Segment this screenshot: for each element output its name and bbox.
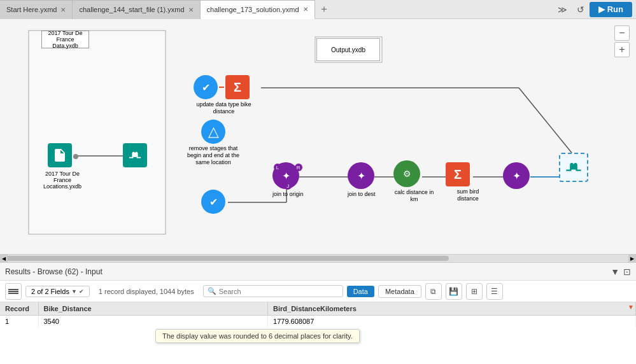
triangle-node[interactable]: △ remove stages that begin and end at th… [201, 120, 242, 165]
zoom-minus-button[interactable]: − [614, 25, 630, 41]
table-header-row: Record Bike_Distance Bird_DistanceKilome… [0, 302, 636, 316]
copy-button[interactable]: ⧉ [425, 283, 442, 300]
table-options-button[interactable]: ⊞ [466, 283, 483, 300]
fields-label: 2 of 2 Fields [31, 288, 69, 295]
horizontal-scrollbar[interactable]: ◀ ▶ [0, 255, 636, 262]
play-icon: ▶ [598, 4, 605, 14]
tab-label: challenge_144_start_file (1).yxmd [79, 6, 184, 13]
tab-overflow-button[interactable]: ≫ [554, 1, 572, 18]
results-panel: Results - Browse (62) - Input ▼ ⊡ 2 of 2… [0, 262, 636, 364]
join-origin-node[interactable]: ✦ join to origin L R J [272, 162, 304, 197]
output-file-node: Output.yxdb [316, 38, 380, 61]
search-box: 🔍 [203, 285, 343, 297]
new-tab-button[interactable]: ＋ [315, 1, 333, 18]
table-row: 1 3540 1779.608087 [0, 316, 636, 328]
france-data-file: 2017 Tour De France Data.yxdb [41, 31, 89, 48]
record-info: 1 record displayed, 1044 bytes [99, 288, 194, 295]
results-toolbar: 2 of 2 Fields ▼ ✔ 1 record displayed, 10… [0, 281, 636, 302]
fields-checkmark-icon: ✔ [79, 288, 84, 295]
cell-bike-distance: 3540 [38, 316, 268, 328]
scroll-left-button[interactable]: ◀ [0, 255, 8, 262]
save-button[interactable]: 💾 [446, 283, 462, 300]
tab-challenge-173[interactable]: challenge_173_solution.yxmd ✕ [201, 0, 315, 19]
tab-close-icon[interactable]: ✕ [60, 6, 66, 13]
detach-button[interactable]: ⊡ [623, 267, 631, 277]
history-button[interactable]: ↺ [572, 1, 590, 18]
data-table: Record Bike_Distance Bird_DistanceKilome… [0, 302, 636, 327]
tab-start-here[interactable]: Start Here.yxmd ✕ [0, 0, 73, 19]
results-header: Results - Browse (62) - Input ▼ ⊡ [0, 263, 636, 281]
canvas-area: 2017 Tour De France Data.yxdb 2017 Tour … [0, 19, 636, 255]
fields-button[interactable]: 2 of 2 Fields ▼ ✔ [25, 286, 90, 297]
update-data-type-node[interactable]: ✔ Σ update data type bike distance [194, 75, 254, 115]
tab-close-icon[interactable]: ✕ [188, 6, 194, 13]
col-header-bird-distance: Bird_DistanceKilometers ▼ [268, 302, 636, 316]
zoom-controls: − + [614, 25, 630, 57]
node-r[interactable]: ✦ [503, 162, 530, 189]
more-options-button[interactable]: ☰ [486, 283, 503, 300]
col-header-record: Record [0, 302, 38, 316]
run-label: Run [607, 4, 623, 14]
tooltip-text: The display value was rounded to 6 decim… [162, 332, 353, 340]
tab-label: Start Here.yxmd [6, 6, 57, 13]
binoculars-left-node[interactable] [123, 143, 147, 167]
run-button[interactable]: ▶ Run [590, 2, 632, 17]
book-node[interactable] [48, 143, 72, 167]
tab-bar: Start Here.yxmd ✕ challenge_144_start_fi… [0, 0, 636, 19]
results-title: Results - Browse (62) - Input [5, 267, 102, 276]
fields-dropdown-icon: ▼ [71, 288, 77, 295]
metadata-tab-button[interactable]: Metadata [378, 285, 421, 298]
row-view-icon[interactable] [5, 283, 22, 300]
col-resize-handle[interactable] [36, 302, 38, 315]
results-header-icons: ▼ ⊡ [611, 267, 631, 277]
binoculars-right-node[interactable] [559, 153, 588, 182]
svg-rect-0 [29, 31, 166, 234]
col-resize-handle[interactable] [633, 302, 635, 315]
cell-record: 1 [0, 316, 38, 328]
scroll-right-button[interactable]: ▶ [628, 255, 636, 262]
search-input[interactable] [219, 288, 339, 295]
tab-challenge-144[interactable]: challenge_144_start_file (1).yxmd ✕ [73, 0, 200, 19]
results-table: Record Bike_Distance Bird_DistanceKilome… [0, 302, 636, 364]
join-dest-node[interactable]: ✦ join to dest [348, 162, 376, 197]
remove-fields-node[interactable]: ✔ [201, 190, 225, 216]
cell-bird-distance: 1779.608087 [268, 316, 636, 328]
calc-distance-node[interactable]: ⚙ calc distance in km [393, 160, 435, 203]
tooltip-box: The display value was rounded to 6 decim… [155, 329, 360, 343]
locations-file-label: 2017 Tour De France Locations.yxdb [37, 171, 88, 190]
scrollbar-thumb[interactable] [3, 256, 449, 261]
zoom-plus-button[interactable]: + [614, 42, 630, 57]
tab-close-icon[interactable]: ✕ [303, 6, 308, 13]
data-tab-button[interactable]: Data [347, 286, 374, 297]
col-resize-handle[interactable] [265, 302, 267, 315]
sum-bird-distance-node[interactable]: Σ sum bird distance [446, 162, 490, 202]
col-header-bike-distance: Bike_Distance [38, 302, 268, 316]
minimize-button[interactable]: ▼ [611, 267, 619, 277]
tab-label: challenge_173_solution.yxmd [207, 6, 299, 13]
search-icon: 🔍 [208, 287, 216, 295]
svg-line-6 [519, 88, 574, 156]
